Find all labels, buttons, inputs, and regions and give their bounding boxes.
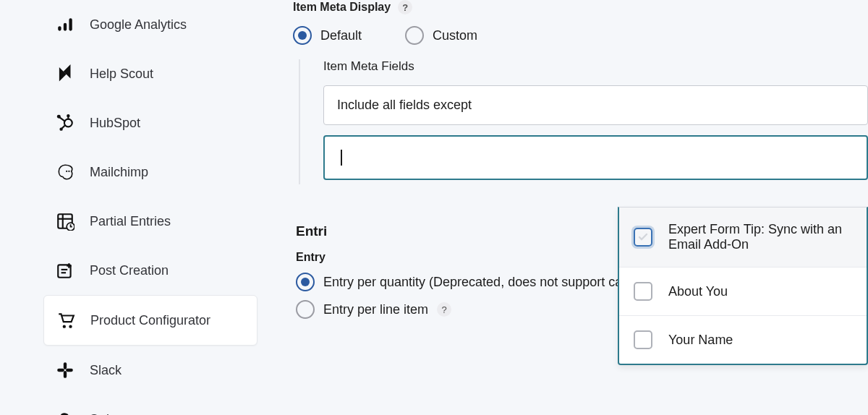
sidebar-item-label: Partial Entries [90,214,171,229]
svg-line-7 [59,117,65,121]
svg-point-22 [69,325,72,328]
checkbox-icon[interactable] [634,228,652,247]
sidebar-item-hubspot[interactable]: HubSpot [43,98,258,147]
item-meta-fields-label: Item Meta Fields [323,59,868,74]
svg-rect-25 [57,369,64,372]
sidebar-item-label: Mailchimp [90,165,148,180]
radio-circle-icon [296,300,315,319]
main-panel: Item Meta Display ? Default Custom Item … [268,0,868,415]
dropdown-item-expert-tip[interactable]: Expert Form Tip: Sync with an Email Add-… [619,208,867,268]
svg-rect-2 [69,18,72,30]
sidebar: Google Analytics Help Scout HubSpot Mail… [0,0,268,415]
dropdown-item-your-name[interactable]: Your Name [619,316,867,364]
partial-entries-icon [55,211,75,231]
stripe-icon [55,409,75,415]
radio-circle-icon [293,26,312,45]
helpscout-icon [55,64,75,84]
help-icon[interactable]: ? [437,302,451,317]
sidebar-item-label: Product Configurator [90,313,210,328]
post-creation-icon [55,260,75,281]
fields-dropdown: Expert Form Tip: Sync with an Email Add-… [618,207,868,365]
sidebar-item-partial-entries[interactable]: Partial Entries [43,197,258,246]
item-meta-fields-search[interactable] [323,135,868,180]
radio-default[interactable]: Default [293,26,362,45]
svg-rect-24 [64,371,67,378]
svg-line-9 [62,125,65,128]
sidebar-item-label: Slack [90,363,122,378]
analytics-icon [55,14,75,35]
svg-point-10 [66,171,67,172]
svg-point-21 [63,325,66,328]
sidebar-item-product-configurator[interactable]: Product Configurator [43,295,258,346]
item-meta-fields-section: Item Meta Fields Include all fields exce… [299,59,868,184]
svg-rect-1 [64,23,67,31]
svg-point-11 [68,171,69,172]
svg-rect-26 [66,369,73,372]
radio-custom[interactable]: Custom [405,26,477,45]
dropdown-item-about-you[interactable]: About You [619,268,867,316]
sidebar-item-mailchimp[interactable]: Mailchimp [43,147,258,197]
dropdown-item-label: Expert Form Tip: Sync with an Email Add-… [668,222,852,252]
radio-circle-icon [296,273,315,291]
sidebar-item-label: HubSpot [90,116,140,131]
item-meta-display-label: Item Meta Display ? [293,0,868,14]
sidebar-item-label: Post Creation [90,263,169,278]
item-meta-display-options: Default Custom [293,26,868,45]
sidebar-item-label: Google Analytics [90,17,187,33]
sidebar-item-slack[interactable]: Slack [43,346,258,395]
sidebar-item-stripe[interactable]: Stripe [43,395,258,415]
sidebar-item-label: Help Scout [90,67,153,82]
svg-rect-23 [64,362,67,369]
hubspot-icon [55,113,75,133]
radio-circle-icon [405,26,424,45]
text-cursor-icon [341,150,342,166]
sidebar-item-help-scout[interactable]: Help Scout [43,49,258,98]
mailchimp-icon [55,162,75,182]
sidebar-item-label: Stripe [90,412,124,416]
svg-rect-0 [58,26,61,30]
item-meta-fields-select[interactable]: Include all fields except [323,85,868,125]
help-icon[interactable]: ? [398,0,412,14]
sidebar-item-google-analytics[interactable]: Google Analytics [43,0,258,49]
cart-icon [56,310,76,330]
dropdown-item-label: Your Name [668,333,733,348]
slack-icon [55,360,75,380]
checkbox-icon[interactable] [634,282,652,301]
checkbox-icon[interactable] [634,330,652,349]
sidebar-item-post-creation[interactable]: Post Creation [43,246,258,295]
dropdown-item-label: About You [668,284,728,299]
